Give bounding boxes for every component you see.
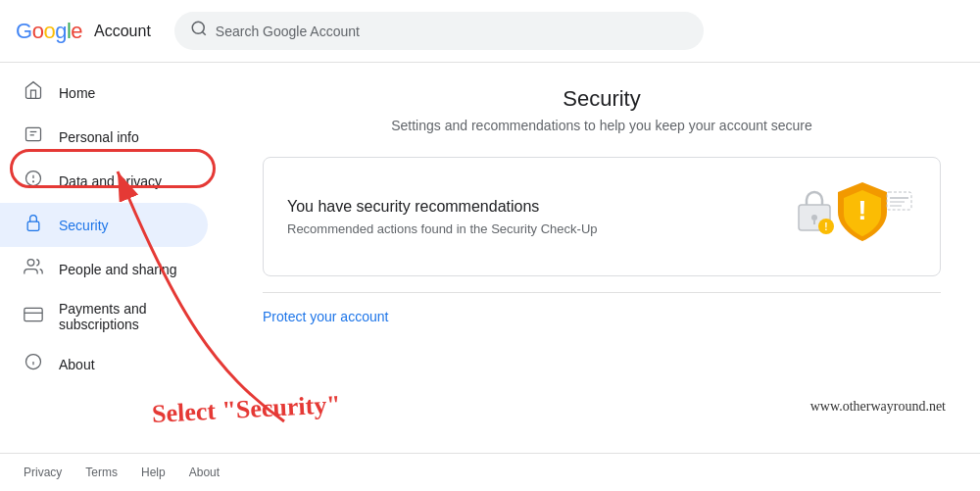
- home-icon: [24, 80, 43, 105]
- footer-terms[interactable]: Terms: [85, 466, 118, 479]
- search-icon: [190, 20, 208, 42]
- search-bar[interactable]: [174, 12, 704, 50]
- footer-help[interactable]: Help: [141, 466, 166, 479]
- main-layout: Home Personal info Data and privacy: [0, 63, 980, 453]
- sidebar-item-people-sharing[interactable]: People and sharing: [0, 247, 208, 291]
- person-icon: [24, 124, 43, 149]
- lock-icon: [24, 213, 43, 237]
- card-subtitle: Recommended actions found in the Securit…: [287, 221, 598, 236]
- card-divider: [263, 292, 941, 293]
- account-label: Account: [94, 23, 151, 40]
- security-illustration: ! !: [789, 177, 916, 256]
- main-content: Security Settings and recommendations to…: [223, 63, 980, 453]
- svg-point-0: [192, 22, 204, 33]
- google-logo-text: Google: [16, 19, 82, 44]
- sidebar: Home Personal info Data and privacy: [0, 63, 223, 453]
- footer: Privacy Terms Help About: [0, 453, 980, 491]
- page-subtitle: Settings and recommendations to help you…: [263, 118, 941, 133]
- sidebar-label-security: Security: [59, 218, 109, 233]
- search-input[interactable]: [216, 24, 688, 39]
- sidebar-label-people-sharing: People and sharing: [59, 262, 177, 277]
- svg-rect-10: [24, 308, 42, 320]
- protect-account-link[interactable]: Protect your account: [263, 305, 388, 328]
- payment-icon: [24, 305, 43, 329]
- security-recommendations-card: You have security recommendations Recomm…: [263, 157, 941, 276]
- sidebar-label-personal-info: Personal info: [59, 129, 139, 145]
- page-title: Security: [263, 86, 941, 112]
- sidebar-label-home: Home: [59, 85, 95, 101]
- sidebar-item-about[interactable]: About: [0, 342, 208, 386]
- people-icon: [24, 257, 43, 281]
- card-content: You have security recommendations Recomm…: [287, 198, 598, 236]
- card-illustration: ! !: [789, 177, 916, 256]
- footer-about[interactable]: About: [189, 466, 220, 479]
- svg-text:!: !: [858, 195, 866, 225]
- svg-text:!: !: [824, 221, 827, 232]
- svg-point-16: [811, 215, 817, 221]
- sidebar-item-home[interactable]: Home: [0, 71, 208, 115]
- footer-privacy[interactable]: Privacy: [24, 466, 62, 479]
- svg-line-1: [202, 31, 205, 34]
- sidebar-label-data-privacy: Data and privacy: [59, 173, 162, 189]
- svg-point-9: [27, 260, 34, 267]
- svg-rect-21: [887, 192, 911, 210]
- google-logo: Google: [16, 19, 82, 44]
- svg-rect-8: [27, 221, 39, 230]
- sidebar-item-security[interactable]: Security: [0, 203, 208, 247]
- svg-point-7: [33, 181, 34, 182]
- sidebar-item-data-privacy[interactable]: Data and privacy: [0, 159, 208, 203]
- header: Google Account: [0, 0, 980, 63]
- sidebar-item-personal-info[interactable]: Personal info: [0, 115, 208, 159]
- sidebar-item-payments[interactable]: Payments and subscriptions: [0, 291, 208, 342]
- info-icon: [24, 352, 43, 376]
- card-title: You have security recommendations: [287, 198, 598, 216]
- sidebar-label-payments: Payments and subscriptions: [59, 301, 184, 332]
- privacy-icon: [24, 169, 43, 193]
- sidebar-label-about: About: [59, 357, 95, 372]
- svg-rect-2: [26, 127, 41, 140]
